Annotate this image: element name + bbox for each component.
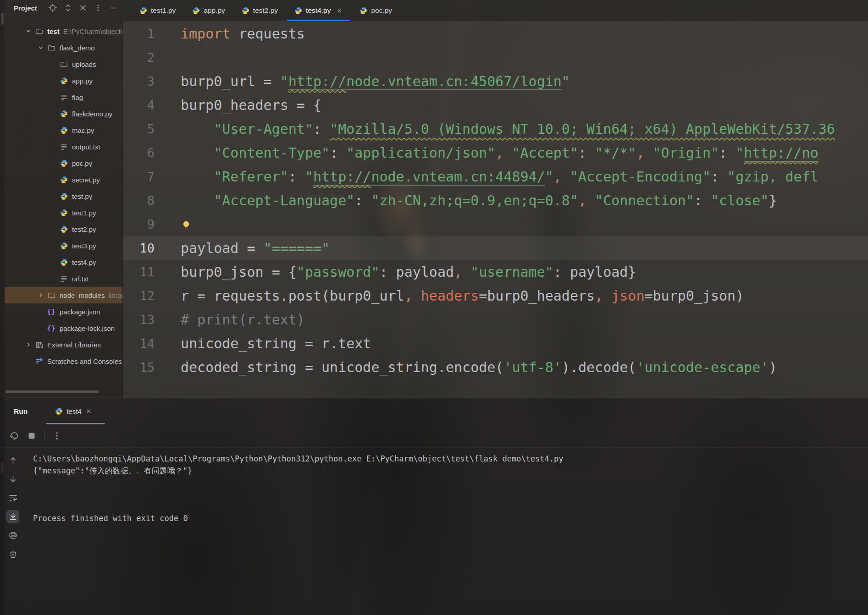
code-line-2[interactable]: 2 [123,46,868,70]
tree-item-label: flag [72,93,83,101]
line-number: 7 [123,165,175,189]
code-line-5[interactable]: 5 "User-Agent": "Mozilla/5.0 (Windows NT… [123,117,868,141]
tree-item-test1-py[interactable]: test1.py [5,204,122,221]
tree-item-external-libraries[interactable]: External Libraries [5,336,122,353]
close-run-tab-icon[interactable] [85,408,92,415]
stop-button[interactable] [27,431,37,441]
editor-tab-poc.py[interactable]: poc.py [351,0,400,21]
tree-item-app-py[interactable]: app.py [5,72,122,89]
code-line-8[interactable]: 8 "Accept-Language": "zh-CN,zh;q=0.9,en;… [123,189,868,213]
code-line-15[interactable]: 15decoded_string = unicode_string.encode… [123,356,868,379]
tree-item-secret-py[interactable]: secret.py [5,171,122,188]
tree-item-package-json[interactable]: {}package.json [5,303,122,320]
python-icon [59,110,68,118]
code-line-3[interactable]: 3burp0_url = "http://node.vnteam.cn:4506… [123,70,868,93]
scroll-to-end-button[interactable] [6,510,19,523]
tree-item-flask-demo[interactable]: flask_demo [5,39,122,56]
arrow-up-button[interactable] [6,454,19,467]
code-line-1[interactable]: 1import requests [123,22,868,46]
locate-button[interactable] [48,3,57,12]
code-line-11[interactable]: 11burp0_json = {"password": payload, "us… [123,260,868,284]
tree-item-test2-py[interactable]: test2.py [5,221,122,237]
tree-item-label: package.json [60,308,100,316]
code-line-10[interactable]: 10payload = "======" [123,236,868,260]
clear-button[interactable] [6,548,19,560]
tree-item-package-lock-json[interactable]: {}package-lock.json [5,320,122,336]
soft-wrap-button[interactable] [6,491,19,504]
editor-tab-test4.py[interactable]: test4.py [286,0,351,21]
code-line-6[interactable]: 6 "Content-Type": "application/json", "A… [123,141,868,165]
code-line-12[interactable]: 12r = requests.post(burp0_url, headers=b… [123,284,868,308]
tree-item-test3-py[interactable]: test3.py [5,237,122,254]
tree-item-label: mac.py [72,126,94,134]
chevron-right-icon[interactable] [22,341,34,348]
editor-tab-bar: test1.pyapp.pytest2.pytest4.pypoc.py [123,0,868,22]
project-header: Project [5,0,122,16]
collapse-all-button[interactable] [78,3,88,12]
tree-item-label: package-lock.json [60,324,115,332]
close-tab-icon[interactable] [336,7,343,14]
chevron-down-icon[interactable] [34,44,47,51]
code-line-9[interactable]: 9 [123,213,868,236]
hide-panel-button[interactable] [109,3,118,12]
tab-label: app.py [204,6,225,15]
tree-item-output-txt[interactable]: output.txt [5,138,122,155]
editor-zone: test1.pyapp.pytest2.pytest4.pypoc.py 1im… [122,0,868,398]
intention-bulb-icon[interactable] [181,216,192,232]
code-line-13[interactable]: 13# print(r.text) [123,308,868,332]
tree-item-scratches-and-consoles[interactable]: Scratches and Consoles [5,353,122,369]
run-toolbar [0,424,868,448]
tree-item-test-py[interactable]: test.py [5,188,122,204]
code-editor[interactable]: 1import requests23burp0_url = "http://no… [123,22,868,398]
tree-item-test4-py[interactable]: test4.py [5,254,122,270]
code-line-4[interactable]: 4burp0_headers = { [123,93,868,117]
folder-orange-icon [47,291,56,299]
tree-item-flaskdemo-py[interactable]: flaskdemo.py [5,105,122,122]
library-icon [34,341,44,349]
run-panel-title: Run [14,407,28,416]
tree-item-label: secret.py [72,176,100,184]
tree-item-label: node_modules [60,291,105,299]
tree-item-poc-py[interactable]: poc.py [5,155,122,171]
printer-button[interactable] [6,529,19,542]
console-output[interactable]: C:\Users\baozhongqi\AppData\Local\Progra… [26,447,564,615]
editor-tab-test2.py[interactable]: test2.py [233,0,286,21]
tree-item-label: poc.py [72,159,92,167]
chevron-right-icon[interactable] [34,291,47,299]
line-number: 6 [123,141,175,165]
python-file-icon [242,7,249,15]
code-line-14[interactable]: 14unicode_string = r.text [123,332,868,356]
line-number: 9 [123,213,175,236]
tree-item-test[interactable]: testE:\PyCharm\object\t [5,23,122,39]
tree-item-uploads[interactable]: uploads [5,56,122,72]
line-number: 14 [123,332,175,356]
python-icon [59,176,68,184]
python-icon [59,258,68,266]
tree-item-suffix: E:\PyCharm\object\t [63,27,122,35]
code-line-7[interactable]: 7 "Referer": "http://node.vnteam.cn:4489… [123,165,868,189]
more-options-button[interactable] [52,431,62,441]
run-tab-test4[interactable]: test4 [46,398,105,424]
tree-horizontal-scrollbar[interactable] [6,390,99,393]
tree-item-label: test [47,27,60,35]
line-number: 11 [123,260,175,284]
arrow-down-button[interactable] [6,472,19,485]
more-options-button[interactable] [94,3,103,12]
line-number: 5 [123,117,175,141]
line-number: 4 [123,93,175,117]
editor-tab-test1.py[interactable]: test1.py [131,0,184,21]
tab-label: poc.py [371,6,392,15]
rerun-button[interactable] [9,431,19,441]
editor-tab-app.py[interactable]: app.py [184,0,233,21]
unfold-all-button[interactable] [63,3,72,12]
tab-label: test1.py [151,6,176,15]
python-icon [59,126,68,134]
project-tool-window: Project testE:\PyCharm\object\tflask_dem… [5,0,122,398]
tree-item-label: uploads [72,60,96,68]
tree-item-flag[interactable]: flag [5,89,122,105]
text-file-icon [59,275,68,283]
tree-item-mac-py[interactable]: mac.py [5,122,122,138]
chevron-down-icon[interactable] [22,27,34,35]
tree-item-node-modules[interactable]: node_moduleslibrary [5,287,122,303]
tree-item-url-txt[interactable]: url.txt [5,270,122,287]
